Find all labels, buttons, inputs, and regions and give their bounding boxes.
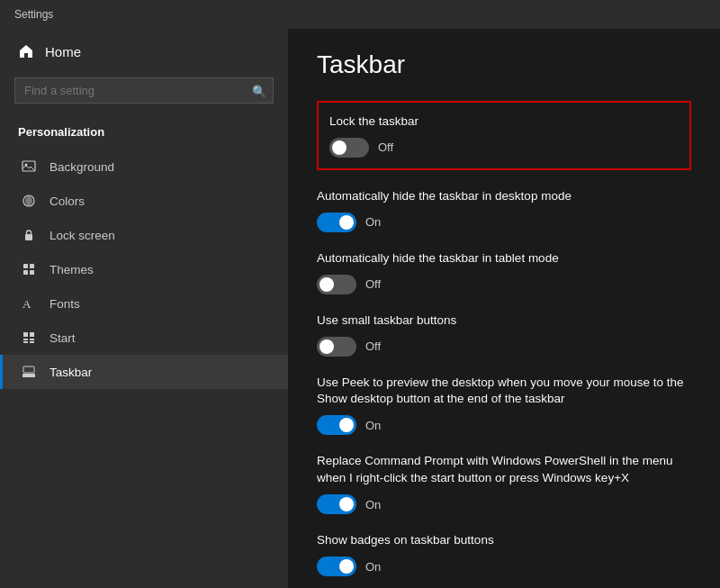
auto-hide-desktop-toggle-row: On bbox=[317, 213, 691, 232]
show-badges-state: On bbox=[365, 560, 381, 574]
sidebar-item-lock-screen[interactable]: Lock screen bbox=[0, 218, 288, 252]
show-badges-toggle[interactable] bbox=[317, 556, 356, 576]
svg-rect-4 bbox=[23, 264, 28, 268]
setting-lock-taskbar: Lock the taskbar Off bbox=[317, 101, 691, 170]
svg-text:A: A bbox=[22, 297, 32, 311]
image-icon bbox=[21, 158, 37, 175]
personalization-section-title: Personalization bbox=[0, 118, 288, 149]
home-label: Home bbox=[45, 44, 81, 59]
page-title: Taskbar bbox=[317, 50, 691, 79]
lock-taskbar-state: Off bbox=[378, 140, 393, 154]
svg-rect-16 bbox=[23, 366, 34, 373]
sidebar-home[interactable]: Home bbox=[0, 29, 288, 74]
sidebar-item-themes[interactable]: Themes bbox=[0, 252, 288, 286]
setting-auto-hide-tablet: Automatically hide the taskbar in tablet… bbox=[317, 250, 691, 294]
lock-taskbar-label: Lock the taskbar bbox=[329, 113, 679, 131]
setting-small-buttons: Use small taskbar buttons Off bbox=[317, 312, 691, 357]
svg-rect-14 bbox=[30, 341, 34, 343]
search-input[interactable] bbox=[14, 77, 274, 104]
setting-replace-cmd: Replace Command Prompt with Windows Powe… bbox=[317, 453, 691, 514]
auto-hide-tablet-toggle-row: Off bbox=[317, 275, 691, 294]
auto-hide-desktop-state: On bbox=[365, 215, 381, 229]
sidebar-label-start: Start bbox=[50, 331, 76, 345]
show-badges-knob bbox=[339, 559, 354, 574]
svg-rect-10 bbox=[30, 332, 34, 337]
lock-taskbar-toggle[interactable] bbox=[329, 138, 369, 158]
sidebar-item-start[interactable]: Start bbox=[0, 321, 288, 355]
sidebar-item-background[interactable]: Background bbox=[0, 149, 288, 184]
search-box[interactable]: 🔍 bbox=[14, 77, 274, 104]
small-buttons-state: Off bbox=[365, 339, 381, 353]
peek-preview-knob bbox=[339, 418, 354, 432]
small-buttons-knob bbox=[320, 339, 334, 354]
lock-taskbar-knob bbox=[332, 140, 346, 155]
small-buttons-label: Use small taskbar buttons bbox=[317, 312, 691, 330]
small-buttons-toggle-row: Off bbox=[317, 337, 691, 357]
lock-taskbar-toggle-row: Off bbox=[329, 138, 679, 158]
sidebar-item-taskbar[interactable]: Taskbar bbox=[0, 355, 288, 389]
replace-cmd-toggle[interactable] bbox=[317, 494, 356, 514]
sidebar-label-themes: Themes bbox=[50, 263, 94, 276]
setting-show-badges: Show badges on taskbar buttons On bbox=[317, 532, 691, 576]
svg-rect-12 bbox=[30, 339, 34, 340]
peek-preview-toggle[interactable] bbox=[317, 415, 356, 435]
sidebar-label-lock-screen: Lock screen bbox=[50, 229, 115, 242]
lock-icon bbox=[21, 227, 37, 243]
sidebar: Home 🔍 Personalization Background bbox=[0, 29, 288, 588]
auto-hide-desktop-toggle[interactable] bbox=[317, 213, 356, 232]
start-icon bbox=[21, 330, 37, 346]
sidebar-item-colors[interactable]: Colors bbox=[0, 184, 288, 218]
replace-cmd-state: On bbox=[365, 498, 381, 511]
small-buttons-toggle[interactable] bbox=[317, 337, 356, 357]
replace-cmd-toggle-row: On bbox=[317, 494, 691, 514]
taskbar-icon bbox=[21, 364, 37, 380]
colors-icon bbox=[21, 193, 37, 209]
auto-hide-tablet-label: Automatically hide the taskbar in tablet… bbox=[317, 250, 691, 267]
svg-rect-7 bbox=[30, 270, 34, 275]
svg-rect-9 bbox=[23, 332, 28, 337]
replace-cmd-knob bbox=[339, 497, 354, 511]
sidebar-label-fonts: Fonts bbox=[50, 297, 80, 311]
main-layout: Home 🔍 Personalization Background bbox=[0, 29, 720, 588]
svg-rect-6 bbox=[23, 270, 28, 275]
svg-rect-3 bbox=[25, 234, 32, 240]
setting-peek-preview: Use Peek to preview the desktop when you… bbox=[317, 375, 691, 436]
sidebar-label-taskbar: Taskbar bbox=[50, 366, 92, 379]
peek-preview-label: Use Peek to preview the desktop when you… bbox=[317, 375, 691, 409]
peek-preview-state: On bbox=[365, 419, 381, 432]
title-bar: Settings bbox=[0, 0, 720, 29]
sidebar-label-background: Background bbox=[50, 160, 114, 174]
title-bar-label: Settings bbox=[14, 8, 53, 21]
setting-auto-hide-desktop: Automatically hide the taskbar in deskto… bbox=[317, 188, 691, 232]
svg-rect-5 bbox=[30, 264, 34, 268]
auto-hide-tablet-state: Off bbox=[365, 277, 381, 291]
themes-icon bbox=[21, 261, 37, 277]
svg-rect-11 bbox=[23, 339, 28, 340]
svg-rect-13 bbox=[23, 341, 28, 343]
svg-rect-15 bbox=[22, 374, 35, 377]
search-icon: 🔍 bbox=[252, 84, 266, 97]
replace-cmd-label: Replace Command Prompt with Windows Powe… bbox=[317, 453, 691, 487]
auto-hide-tablet-knob bbox=[320, 277, 334, 292]
sidebar-item-fonts[interactable]: A Fonts bbox=[0, 286, 288, 321]
sidebar-label-colors: Colors bbox=[50, 194, 85, 208]
show-badges-toggle-row: On bbox=[317, 556, 691, 576]
auto-hide-desktop-knob bbox=[339, 215, 354, 230]
peek-preview-toggle-row: On bbox=[317, 415, 691, 435]
auto-hide-tablet-toggle[interactable] bbox=[317, 275, 356, 294]
home-icon bbox=[18, 43, 34, 59]
auto-hide-desktop-label: Automatically hide the taskbar in deskto… bbox=[317, 188, 691, 205]
show-badges-label: Show badges on taskbar buttons bbox=[317, 532, 691, 549]
content-area: Taskbar Lock the taskbar Off Automatical… bbox=[288, 29, 720, 588]
fonts-icon: A bbox=[21, 295, 37, 312]
